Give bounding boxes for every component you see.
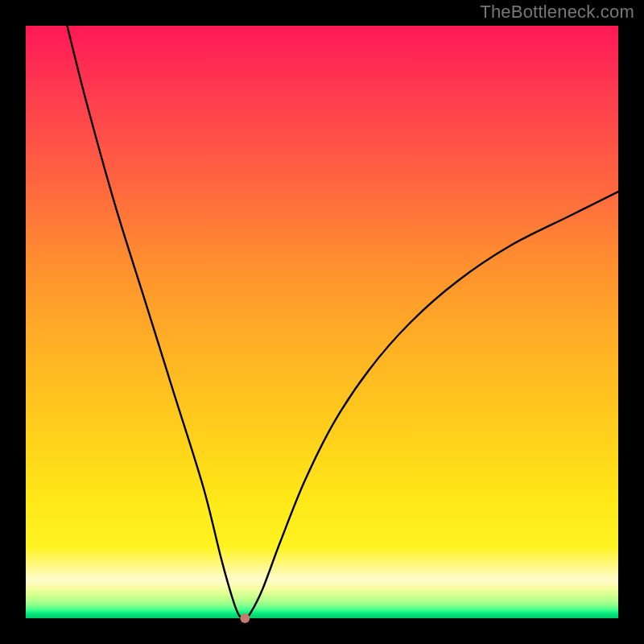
curve-layer xyxy=(26,26,618,618)
bottleneck-curve xyxy=(68,26,619,618)
outer-frame: TheBottleneck.com xyxy=(0,0,644,644)
min-point-marker xyxy=(240,613,250,623)
watermark-text: TheBottleneck.com xyxy=(480,2,634,23)
plot-area xyxy=(26,26,618,618)
